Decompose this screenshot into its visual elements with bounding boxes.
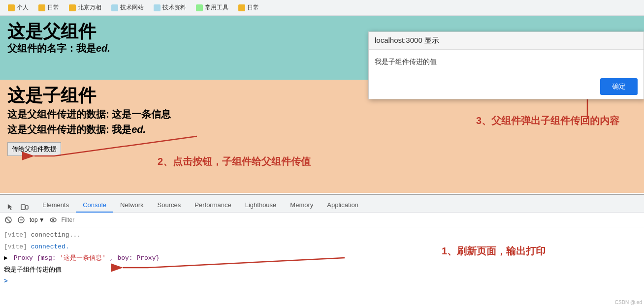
folder-icon [238,4,245,11]
expand-icon[interactable]: ▶ [4,253,10,263]
svg-rect-3 [26,206,28,209]
bookmark-item[interactable]: 技术网站 [107,2,148,13]
console-output: [vite] connecting... [vite] connected. ▶… [0,227,644,289]
watermark: CSDN @.ed [615,300,642,305]
eye-icon[interactable] [49,215,58,224]
bookmark-label: 常用工具 [205,3,228,12]
console-child-value: 我是子组件传进的值 [4,266,62,274]
device-icon[interactable] [20,202,30,212]
bookmark-label: 个人 [17,3,29,12]
bookmark-label: 技术网站 [120,3,144,12]
dialog-message: 我是子组件传进的值 [375,58,437,65]
console-line-4: 我是子组件传进的值 [4,264,640,276]
bookmark-bar: 个人 日常 北京万相 技术网站 技术资料 常用工具 日常 [0,0,644,16]
dialog-host: localhost:3000 显示 [375,36,439,45]
dialog-footer: 确定 [369,74,644,99]
folder-icon [111,4,118,11]
bookmark-item[interactable]: 日常 [234,2,263,13]
folder-icon [196,4,203,11]
folder-icon [154,4,161,11]
dialog-body: 我是子组件传进的值 [369,50,644,74]
tab-elements[interactable]: Elements [35,198,76,213]
tab-console[interactable]: Console [76,198,113,213]
console-line-1: [vite] connecting... [4,229,640,241]
folder-icon [38,4,45,11]
vite-tag-1: [vite] [4,231,27,239]
bookmark-label: 技术资料 [162,3,186,12]
console-prompt-line[interactable]: > [4,276,640,287]
tab-sources[interactable]: Sources [151,198,188,213]
main-content: 这是父组件 父组件的名字：我是ed. 这是子组件 这是父组件传进的数据: 这是一… [0,16,644,193]
bookmark-item[interactable]: 北京万相 [65,2,105,13]
folder-icon [8,4,15,11]
folder-icon [69,4,76,11]
svg-point-9 [52,219,54,221]
svg-line-5 [6,217,11,222]
dialog-confirm-button[interactable]: 确定 [600,78,638,95]
svg-rect-2 [21,205,25,210]
bookmark-item[interactable]: 个人 [4,2,32,13]
console-string-value: '这是一条信息' [60,254,106,262]
devtools-panel: Elements Console Network Sources Perform… [0,194,644,307]
bookmark-item[interactable]: 常用工具 [192,2,232,13]
filter-input[interactable] [62,216,640,223]
annotation-1: 1、刷新页面，输出打印 [442,245,546,258]
dialog-overlay: localhost:3000 显示 我是子组件传进的值 确定 [368,31,644,99]
dialog-header: localhost:3000 显示 [369,32,644,50]
bookmark-label: 日常 [47,3,59,12]
vite-tag-2: [vite] [4,243,27,250]
cursor-icon[interactable] [6,202,16,212]
dropdown-arrow-icon: ▼ [39,216,45,223]
devtools-toolbar: top ▼ [0,213,644,227]
proxy-label: Proxy [14,254,37,262]
tab-network[interactable]: Network [113,198,151,213]
annotation-3: 3、父组件弹出子组件传回的内容 [476,114,619,127]
tab-performance[interactable]: Performance [188,198,238,213]
context-label: top [30,216,38,223]
clear-icon[interactable] [17,215,26,224]
bookmark-label: 北京万相 [78,3,101,12]
devtools-tools [4,202,32,212]
tab-memory[interactable]: Memory [283,198,320,213]
transfer-button[interactable]: 传给父组件数据 [7,142,61,156]
tab-lighthouse[interactable]: Lighthouse [238,198,284,213]
tab-application[interactable]: Application [320,198,365,213]
console-prompt-icon: > [4,277,8,285]
devtools-tabs: Elements Console Network Sources Perform… [0,195,644,213]
bookmark-item[interactable]: 技术资料 [150,2,190,13]
annotation-2: 2、点击按钮，子组件给父组件传值 [158,155,311,168]
bookmark-item[interactable]: 日常 [34,2,63,13]
stop-icon[interactable] [4,215,13,224]
context-selector[interactable]: top ▼ [30,216,45,223]
bookmark-label: 日常 [247,3,259,12]
